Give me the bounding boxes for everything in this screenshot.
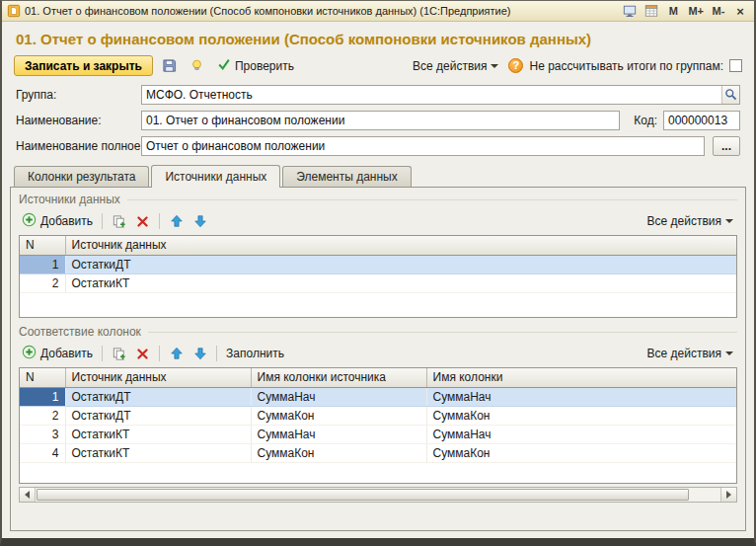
table-header-row: N Источник данных — [20, 236, 736, 255]
tab-strip: Колонки результата Источники данных Элем… — [10, 161, 746, 187]
column-header-source-column[interactable]: Имя колонки источника — [251, 368, 426, 387]
horizontal-scrollbar[interactable] — [19, 487, 737, 503]
scale-minus-button[interactable]: М- — [710, 3, 727, 20]
mapping-group-label: Соответствие колонок — [19, 325, 737, 339]
column-header-n[interactable]: N — [20, 368, 65, 387]
row-number-cell[interactable]: 2 — [20, 406, 65, 425]
name-row: Наименование: Код: — [16, 110, 740, 130]
check-button[interactable]: Проверить — [214, 55, 297, 76]
column-header-n[interactable]: N — [20, 236, 65, 255]
close-button[interactable]: × — [731, 3, 749, 20]
data-cell[interactable]: ОстаткиКТ — [65, 443, 251, 462]
toolbar-separator — [216, 346, 217, 361]
table-row[interactable]: 2ОстаткиДТСуммаКонСуммаКон — [20, 406, 736, 425]
table-row[interactable]: 4ОстаткиКТСуммаКонСуммаКон — [20, 443, 736, 462]
delete-icon[interactable] — [132, 344, 153, 363]
tab-data-elements[interactable]: Элементы данных — [282, 166, 411, 187]
move-up-icon[interactable] — [166, 344, 187, 363]
check-icon — [217, 57, 231, 74]
scale-plus-button[interactable]: М+ — [686, 3, 706, 20]
group-input[interactable] — [141, 85, 740, 105]
scrollbar-thumb[interactable] — [37, 489, 689, 501]
move-down-icon[interactable] — [189, 211, 210, 231]
group-label: Группа: — [16, 88, 141, 102]
ellipsis-button[interactable]: ... — [713, 136, 740, 156]
no-group-totals-checkbox[interactable] — [729, 59, 742, 72]
group-input-wrap — [141, 85, 740, 105]
add-mapping-button[interactable]: Добавить — [19, 344, 96, 363]
all-actions-button-main[interactable]: Все действия — [409, 56, 502, 76]
group-row: Группа: — [16, 84, 740, 105]
copy-icon[interactable] — [109, 344, 129, 363]
name-label: Наименование: — [16, 114, 141, 127]
column-header-column[interactable]: Имя колонки — [426, 368, 736, 387]
data-cell[interactable]: ОстаткиДТ — [65, 387, 251, 406]
chevron-down-icon — [725, 351, 733, 359]
copy-icon[interactable] — [109, 211, 129, 231]
main-toolbar: Записать и закрыть Проверить Все действи… — [10, 54, 746, 84]
toolbar-separator — [102, 213, 103, 229]
no-group-totals-label: Не рассчитывать итоги по группам: — [529, 59, 723, 73]
add-mapping-label: Добавить — [40, 347, 93, 360]
data-cell[interactable]: ОстаткиДТ — [65, 406, 251, 425]
column-header-source[interactable]: Источник данных — [65, 236, 736, 255]
save-and-close-button[interactable]: Записать и закрыть — [14, 55, 153, 76]
table-row[interactable]: 2ОстаткиКТ — [20, 273, 736, 292]
data-cell[interactable]: СуммаНач — [426, 387, 736, 406]
delete-icon[interactable] — [132, 211, 153, 231]
column-header-source[interactable]: Источник данных — [65, 368, 251, 387]
fill-button[interactable]: Заполнить — [223, 344, 287, 363]
table-row[interactable]: 1ОстаткиДТ — [20, 255, 736, 273]
magnifier-icon[interactable] — [721, 86, 739, 104]
tab-result-columns[interactable]: Колонки результата — [14, 166, 149, 187]
full-name-input[interactable] — [141, 136, 705, 156]
data-cell[interactable]: СуммаНач — [426, 425, 736, 443]
data-cell[interactable]: СуммаКон — [426, 406, 736, 425]
mapping-table: N Источник данных Имя колонки источника … — [19, 367, 737, 484]
toolbar-separator — [159, 346, 160, 361]
data-cell[interactable]: СуммаНач — [251, 425, 426, 443]
data-cell[interactable]: ОстаткиКТ — [65, 425, 251, 443]
chevron-down-icon — [725, 219, 733, 227]
toolbar-separator — [159, 213, 160, 229]
data-sources-panel: Источники данных Добавить — [10, 187, 746, 531]
tab-data-sources[interactable]: Источники данных — [151, 165, 280, 188]
group-rule — [148, 332, 737, 333]
move-up-icon[interactable] — [166, 211, 187, 231]
app-icon — [7, 4, 21, 18]
all-actions-button-mapping[interactable]: Все действия — [643, 344, 737, 363]
check-button-label: Проверить — [235, 59, 294, 73]
page-title: 01. Отчет о финансовом положении (Способ… — [16, 31, 740, 47]
table-header-row: N Источник данных Имя колонки источника … — [20, 368, 736, 387]
bulb-icon[interactable] — [187, 55, 208, 76]
row-number-cell[interactable]: 1 — [20, 255, 65, 273]
add-icon — [22, 212, 37, 230]
move-down-icon[interactable] — [189, 344, 210, 363]
scroll-left-icon[interactable] — [20, 488, 36, 502]
monitor-icon[interactable] — [621, 3, 639, 20]
grid-icon[interactable] — [643, 3, 660, 20]
table-row[interactable]: 1ОстаткиДТСуммаНачСуммаНач — [20, 387, 736, 406]
data-cell[interactable]: СуммаКон — [426, 443, 736, 462]
row-number-cell[interactable]: 2 — [20, 273, 65, 292]
data-cell[interactable]: СуммаНач — [251, 387, 426, 406]
data-cell[interactable]: ОстаткиКТ — [65, 273, 736, 292]
scroll-right-icon[interactable] — [720, 488, 736, 502]
data-cell[interactable]: СуммаКон — [251, 406, 426, 425]
save-icon[interactable] — [159, 55, 181, 76]
scale-normal-button[interactable]: М — [664, 3, 682, 20]
table-row[interactable]: 3ОстаткиКТСуммаНачСуммаНач — [20, 425, 736, 443]
code-input[interactable] — [663, 111, 740, 130]
data-cell[interactable]: ОстаткиДТ — [65, 255, 736, 273]
all-actions-button-sources[interactable]: Все действия — [643, 211, 737, 231]
help-icon[interactable]: ? — [508, 58, 523, 73]
data-cell[interactable]: СуммаКон — [251, 443, 426, 462]
code-label: Код: — [634, 114, 657, 127]
add-source-button[interactable]: Добавить — [19, 211, 96, 231]
all-actions-label: Все действия — [647, 347, 721, 360]
name-input[interactable] — [141, 111, 620, 130]
add-icon — [22, 345, 37, 362]
row-number-cell[interactable]: 3 — [20, 425, 65, 443]
row-number-cell[interactable]: 1 — [20, 387, 65, 406]
row-number-cell[interactable]: 4 — [20, 443, 65, 462]
